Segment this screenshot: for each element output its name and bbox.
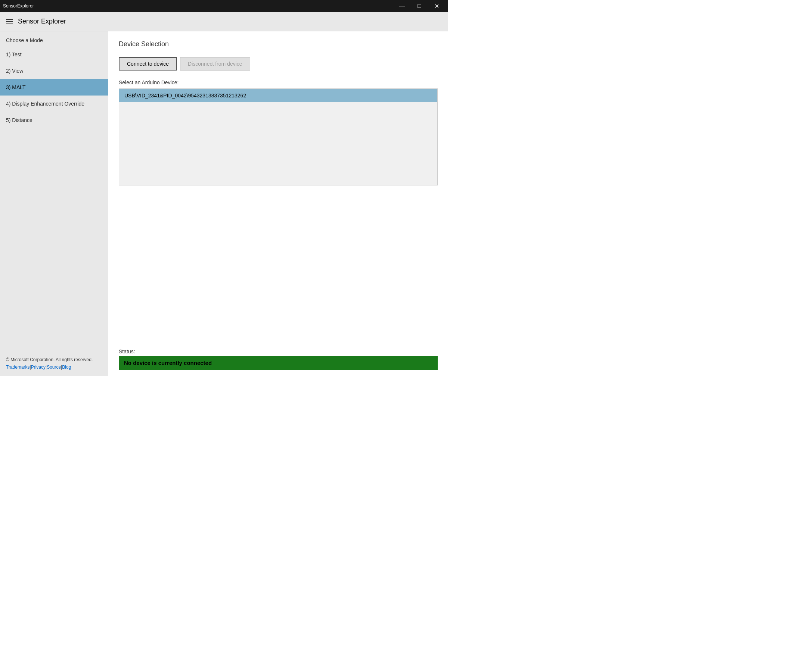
titlebar-controls: — □ ✕ (394, 0, 445, 12)
status-text: No device is currently connected (124, 360, 212, 366)
source-link[interactable]: Source (46, 364, 61, 370)
minimize-button[interactable]: — (394, 0, 411, 12)
titlebar-title: SensorExplorer (3, 3, 34, 8)
status-label: Status: (119, 349, 438, 354)
titlebar: SensorExplorer — □ ✕ (0, 0, 448, 12)
disconnect-button: Disconnect from device (180, 57, 250, 71)
privacy-link[interactable]: Privacy (31, 364, 46, 370)
app-title: Sensor Explorer (18, 18, 66, 25)
sidebar-section-title: Choose a Mode (0, 31, 108, 46)
sidebar-footer: © Microsoft Corporation. All rights rese… (0, 351, 108, 376)
connect-button[interactable]: Connect to device (119, 57, 177, 71)
sidebar-item-test[interactable]: 1) Test (0, 46, 108, 63)
sidebar-item-view[interactable]: 2) View (0, 63, 108, 79)
copyright-text: © Microsoft Corporation. All rights rese… (6, 357, 102, 362)
status-area: Status: No device is currently connected (108, 349, 448, 376)
sidebar-item-display-enhancement-override[interactable]: 4) Display Enhancement Override (0, 96, 108, 112)
list-item[interactable]: USB\VID_2341&PID_0042\954323138373512132… (119, 89, 437, 102)
sidebar-item-distance[interactable]: 5) Distance (0, 112, 108, 128)
button-row: Connect to device Disconnect from device (119, 57, 438, 71)
main-layout: Choose a Mode 1) Test 2) View 3) MALT 4)… (0, 31, 448, 376)
sidebar: Choose a Mode 1) Test 2) View 3) MALT 4)… (0, 31, 108, 376)
device-list: USB\VID_2341&PID_0042\954323138373512132… (119, 88, 438, 185)
trademarks-link[interactable]: Trademarks (6, 364, 30, 370)
app-header: Sensor Explorer (0, 12, 448, 31)
sidebar-item-malt[interactable]: 3) MALT (0, 79, 108, 96)
content-inner: Device Selection Connect to device Disco… (108, 31, 448, 349)
close-button[interactable]: ✕ (428, 0, 445, 12)
section-title: Device Selection (119, 40, 438, 48)
maximize-button[interactable]: □ (411, 0, 428, 12)
select-label: Select an Arduino Device: (119, 79, 438, 86)
content-area: Device Selection Connect to device Disco… (108, 31, 448, 376)
status-bar: No device is currently connected (119, 356, 438, 370)
hamburger-icon[interactable] (5, 18, 14, 26)
sidebar-links: Trademarks|Privacy|Source|Blog (6, 364, 102, 370)
blog-link[interactable]: Blog (62, 364, 71, 370)
